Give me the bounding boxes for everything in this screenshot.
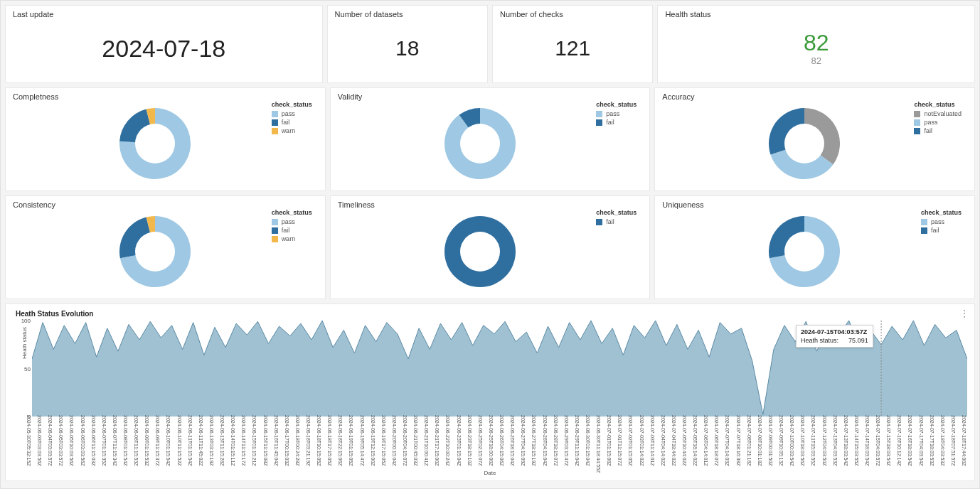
x-tick: 2024-06-14T11:15:17Z: [241, 415, 246, 466]
legend-item-warn[interactable]: warn: [272, 127, 312, 134]
consistency-donut[interactable]: [119, 216, 191, 287]
x-tick: 2024-06-19T17:15:05Z: [381, 415, 386, 466]
x-tick: 2024-06-18T22:15:06Z: [338, 415, 343, 466]
x-tick: 2024-07-01T01:15:08Z: [607, 415, 612, 466]
x-tick: 2024-06-22T10:00:24Z: [445, 415, 450, 466]
legend-item-fail[interactable]: fail: [272, 119, 312, 126]
x-tick: 2024-07-02T01:15:05Z: [628, 415, 633, 466]
card-uniqueness: Uniqueness check_statuspassfail: [654, 195, 975, 299]
card-consistency: Consistency check_statuspassfailwarn: [5, 195, 326, 299]
x-tick: 2024-06-07T11:15:34Z: [112, 415, 117, 466]
x-tick: 2024-05-30T05:32:15Z: [26, 415, 31, 466]
svg-point-1: [460, 124, 500, 163]
last-update-value: 2024-07-18: [102, 35, 225, 63]
legend-item-pass[interactable]: pass: [921, 218, 962, 225]
x-tick: 2024-07-04T04:14:02Z: [661, 415, 666, 466]
donut-row-1: Completness check_statuspassfailwarn Val…: [5, 87, 975, 191]
x-tick: 2024-06-03T03:03:56Z: [37, 415, 42, 466]
legend-item-pass[interactable]: pass: [914, 119, 962, 126]
datasets-label: Number of datasets: [335, 10, 480, 18]
legend-item-fail[interactable]: fail: [914, 127, 962, 134]
x-tick: 2024-06-07T01:15:35Z: [102, 415, 107, 466]
legend-item-label: fail: [282, 227, 290, 234]
x-tick: 2024-07-14T15:03:55Z: [854, 415, 859, 466]
x-tick: 2024-06-06T03:03:56Z: [80, 415, 85, 466]
legend-item-fail[interactable]: fail: [596, 119, 637, 126]
x-tick: 2024-06-23T18:15:10Z: [467, 415, 472, 466]
legend-item-warn[interactable]: warn: [272, 235, 312, 242]
x-tick: 2024-06-21T10:00:41Z: [424, 415, 429, 466]
legend-item-fail[interactable]: fail: [272, 227, 312, 234]
x-tick: 2024-07-04T18:44:02Z: [671, 415, 676, 466]
x-tick: 2024-07-08T01:21:18Z: [747, 415, 752, 466]
x-tick: 2024-07-17T04:03:54Z: [919, 415, 924, 466]
svg-point-6: [784, 232, 824, 272]
legend-item-label: fail: [606, 218, 614, 225]
x-tick: 2024-06-05T10:03:56Z: [69, 415, 74, 466]
x-tick: 2024-06-10T11:15:52Z: [177, 415, 182, 466]
timeliness-donut[interactable]: [444, 216, 516, 287]
validity-donut[interactable]: [444, 108, 516, 179]
legend-item-fail[interactable]: fail: [921, 227, 962, 234]
x-tick: 2024-07-10T18:03:56Z: [800, 415, 805, 466]
x-tick: 2024-07-11T15:03:55Z: [811, 415, 816, 466]
evolution-row: ⋮ Heath Status Evolution Heath status 05…: [5, 303, 975, 481]
x-tick: 2024-06-28T18:15:07Z: [553, 415, 558, 466]
checks-label: Number of checks: [500, 10, 645, 18]
legend-item-fail[interactable]: fail: [596, 218, 637, 225]
validity-legend: check_statuspassfail: [596, 101, 637, 127]
legend-item-pass[interactable]: pass: [272, 218, 312, 225]
x-tick: 2024-06-21T00:45:03Z: [413, 415, 418, 466]
accuracy-title: Accuracy: [662, 92, 967, 101]
x-tick: 2024-07-15T04:03:57Z: [875, 415, 880, 466]
completeness-donut[interactable]: [119, 108, 191, 179]
x-tick: 2024-07-07T18:16:38Z: [736, 415, 741, 466]
x-tick: 2024-06-25T02:15:07Z: [478, 415, 483, 466]
x-tick: 2024-07-15T18:03:54Z: [886, 415, 891, 466]
x-tick: 2024-06-16T11:45:04Z: [274, 415, 279, 466]
card-checks: Number of checks 121: [492, 5, 653, 83]
legend-title: check_status: [272, 209, 312, 216]
card-completeness: Completness check_statuspassfailwarn: [5, 87, 326, 191]
evolution-ylabel: Heath status: [21, 327, 28, 359]
card-last-update: Last update 2024-07-18: [5, 5, 323, 83]
svg-point-2: [784, 124, 824, 163]
legend-item-label: pass: [282, 218, 295, 225]
dashboard: Last update 2024-07-18 Number of dataset…: [0, 0, 980, 489]
card-datasets: Number of datasets 18: [327, 5, 488, 83]
health-label: Health status: [665, 10, 967, 18]
x-tick: 2024-06-19T12:15:00Z: [371, 415, 376, 466]
card-evolution: ⋮ Heath Status Evolution Heath status 05…: [5, 303, 975, 481]
x-tick: 2024-07-17T18:03:53Z: [930, 415, 934, 466]
y-tick: 50: [24, 365, 31, 372]
x-tick: 2024-07-05T10:44:02Z: [682, 415, 687, 466]
x-tick: 2024-06-09T11:15:37Z: [155, 415, 160, 466]
x-tick: 2024-06-13T11:15:28Z: [220, 415, 225, 466]
legend-item-pass[interactable]: pass: [596, 110, 637, 117]
timeliness-legend: check_statusfail: [596, 209, 637, 227]
svg-point-0: [135, 124, 175, 163]
x-tick: 2024-06-26T04:15:06Z: [499, 415, 504, 466]
completeness-title: Completness: [13, 92, 318, 101]
x-tick: 2024-06-21T17:15:00Z: [435, 415, 440, 466]
x-tick: 2024-06-06T11:15:03Z: [91, 415, 96, 466]
kebab-menu-icon[interactable]: ⋮: [960, 308, 969, 318]
x-tick: 2024-07-18T17:44:00Z: [962, 415, 966, 466]
legend-item-label: pass: [282, 110, 295, 117]
legend-item-label: pass: [924, 119, 937, 126]
legend-title: check_status: [272, 101, 312, 108]
legend-item-pass[interactable]: pass: [272, 110, 312, 117]
x-tick: 2024-07-16T18:03:54Z: [907, 415, 912, 466]
x-tick: 2024-06-05T03:03:57Z: [58, 415, 63, 466]
x-tick: 2024-06-11T11:45:02Z: [198, 415, 203, 466]
x-tick: 2024-06-17T00:15:03Z: [284, 415, 289, 466]
uniqueness-donut[interactable]: [769, 216, 840, 287]
x-tick: 2024-07-18T07:51:57Z: [951, 415, 956, 466]
x-tick: 2024-06-28T04:15:04Z: [543, 415, 548, 466]
x-tick: 2024-06-09T01:15:53Z: [144, 415, 149, 466]
x-tick: 2024-06-20T04:15:07Z: [403, 415, 408, 466]
legend-item-label: fail: [931, 227, 939, 234]
x-tick: 2024-07-07T04:14:03Z: [725, 415, 730, 466]
legend-item-notEvaluated[interactable]: notEvaluated: [914, 110, 962, 117]
accuracy-donut[interactable]: [769, 108, 840, 179]
